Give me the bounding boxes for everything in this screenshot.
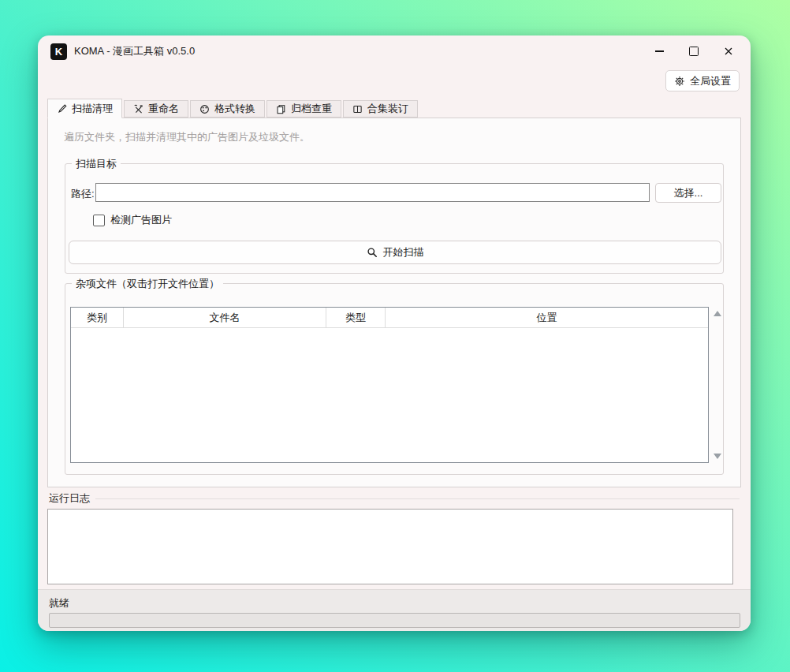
tab-collection-bind[interactable]: 合集装订 — [343, 100, 418, 118]
column-header-category[interactable]: 类别 — [71, 308, 124, 327]
table-scrollbar[interactable] — [712, 307, 724, 463]
misc-files-group-title: 杂项文件（双击打开文件位置） — [72, 277, 223, 291]
hammer-wrench-icon — [133, 104, 143, 114]
column-header-type[interactable]: 类型 — [326, 308, 386, 327]
title-bar: K KOMA - 漫画工具箱 v0.5.0 — [38, 35, 751, 67]
tab-format-convert[interactable]: 格式转换 — [190, 100, 265, 118]
app-window: K KOMA - 漫画工具箱 v0.5.0 全局设置 扫描清理 — [38, 35, 751, 631]
panel-description: 遍历文件夹，扫描并清理其中的广告图片及垃圾文件。 — [64, 130, 310, 144]
tab-label: 扫描清理 — [72, 102, 113, 116]
scan-target-group-title: 扫描目标 — [72, 157, 121, 171]
scroll-up-icon[interactable] — [714, 311, 721, 316]
global-settings-button[interactable]: 全局设置 — [665, 70, 740, 91]
run-log-output[interactable] — [47, 509, 733, 584]
scroll-down-icon[interactable] — [714, 454, 721, 459]
start-scan-label: 开始扫描 — [383, 245, 424, 259]
progress-bar — [49, 613, 740, 628]
maximize-button[interactable] — [676, 35, 711, 67]
misc-files-table: 类别 文件名 类型 位置 — [70, 307, 709, 463]
minimize-button[interactable] — [642, 35, 676, 67]
book-icon — [352, 104, 363, 114]
table-header-row: 类别 文件名 类型 位置 — [71, 308, 708, 328]
scan-clean-panel: 遍历文件夹，扫描并清理其中的广告图片及垃圾文件。 扫描目标 路径: 选择... … — [47, 118, 741, 487]
tab-label: 格式转换 — [214, 102, 255, 116]
tab-label: 归档查重 — [291, 102, 332, 116]
tab-bar: 扫描清理 重命名 格式转换 归档查重 合集装订 — [47, 99, 419, 118]
tab-label: 合集装订 — [367, 102, 408, 116]
run-log-divider — [95, 498, 740, 499]
brush-icon — [57, 103, 67, 114]
path-input[interactable] — [95, 183, 650, 202]
run-log-title: 运行日志 — [49, 491, 90, 506]
tab-archive-dedupe[interactable]: 归档查重 — [266, 100, 341, 118]
column-header-filename[interactable]: 文件名 — [124, 308, 326, 327]
scan-target-group: 扫描目标 路径: 选择... 检测广告图片 开始扫描 — [65, 163, 724, 274]
window-controls — [642, 35, 746, 67]
checkbox-label: 检测广告图片 — [110, 213, 172, 227]
column-header-location[interactable]: 位置 — [386, 308, 708, 327]
global-settings-label: 全局设置 — [690, 74, 731, 88]
checkbox-box — [93, 215, 105, 226]
run-log-header: 运行日志 — [49, 491, 740, 506]
maximize-icon — [689, 47, 699, 56]
close-button[interactable] — [711, 35, 746, 67]
detect-ads-checkbox[interactable]: 检测广告图片 — [93, 213, 172, 227]
palette-icon — [199, 104, 210, 114]
path-label: 路径: — [71, 187, 95, 201]
minimize-icon — [655, 50, 664, 51]
close-icon — [724, 47, 733, 56]
start-scan-button[interactable]: 开始扫描 — [69, 241, 721, 264]
status-text: 就绪 — [49, 596, 69, 610]
tab-label: 重命名 — [148, 102, 179, 116]
magnifier-icon — [367, 247, 378, 258]
status-bar: 就绪 — [38, 589, 751, 631]
misc-files-group: 杂项文件（双击打开文件位置） 类别 文件名 类型 位置 — [65, 283, 724, 475]
tab-rename[interactable]: 重命名 — [124, 100, 188, 118]
window-title: KOMA - 漫画工具箱 v0.5.0 — [74, 44, 195, 58]
copy-pages-icon — [276, 104, 286, 114]
tab-scan-clean[interactable]: 扫描清理 — [47, 99, 122, 118]
app-logo-icon: K — [50, 43, 67, 60]
browse-button[interactable]: 选择... — [655, 183, 721, 203]
gear-icon — [674, 76, 685, 87]
table-body — [71, 328, 708, 464]
